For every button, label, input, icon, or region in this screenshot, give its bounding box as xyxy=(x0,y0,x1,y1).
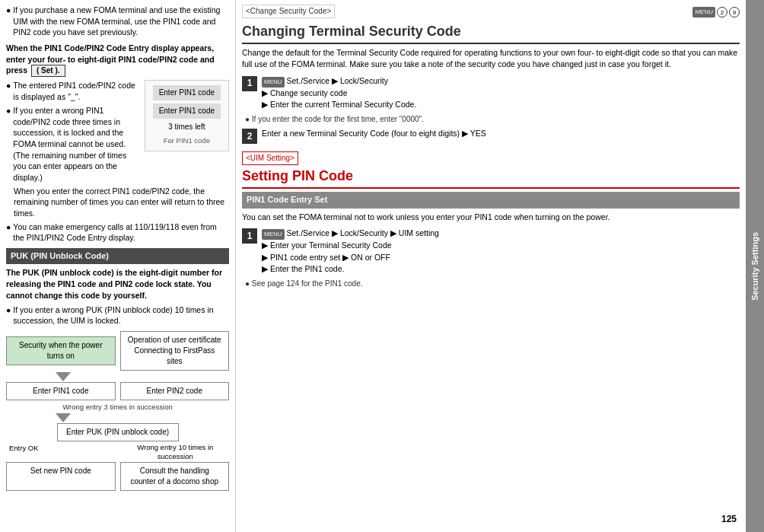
top-badges: <Change Security Code> MENU 2 9 xyxy=(242,5,740,20)
section-title-1: Changing Terminal Security Code xyxy=(242,22,740,44)
menu-badges: MENU 2 9 xyxy=(692,7,740,18)
section2-step-1-content: MENU Set./Service ▶ Lock/Security ▶ UIM … xyxy=(262,228,439,276)
section-tag-1: <Change Security Code> xyxy=(242,5,335,18)
entry-box-pin2: Enter PIN2 code xyxy=(120,382,230,400)
section2-step-note: ● See page 124 for the PIN1 code. xyxy=(245,279,740,289)
step-num-2: 2 xyxy=(242,129,257,144)
step-2: 2 Enter a new Terminal Security Code (fo… xyxy=(242,128,740,144)
menu-icon: MENU xyxy=(692,7,715,17)
menu-icon-step1: MENU xyxy=(262,77,285,88)
subsection-header: PIN1 Code Entry Set xyxy=(242,192,740,208)
right-tab-label: Security Settings xyxy=(750,232,759,301)
pin-count: 3 times left xyxy=(153,122,221,132)
section2-step-1: 1 MENU Set./Service ▶ Lock/Security ▶ UI… xyxy=(242,228,740,276)
step-1: 1 MENU Set./Service ▶ Lock/Security ▶ Ch… xyxy=(242,75,740,112)
bottom-box-consult: Consult the handling counter of a docomo… xyxy=(120,462,230,491)
flow-arrow-1 xyxy=(6,372,229,381)
set-button-label: ( Set ). xyxy=(31,65,65,77)
section2-step-num-1: 1 xyxy=(242,228,257,244)
entry-box-pin1: Enter PIN1 code xyxy=(6,382,116,400)
flow-arrow-2 xyxy=(6,413,229,422)
step-num-1: 1 xyxy=(242,76,257,91)
pin-display: Enter PIN1 code Enter PIN1 code 3 times … xyxy=(145,80,229,151)
page-number: 125 xyxy=(721,513,737,526)
section-setting-pin: <UIM Setting> Setting PIN Code PIN1 Code… xyxy=(242,151,740,289)
bullet-item-2: ● The entered PIN1 code/PIN2 code is dis… xyxy=(6,80,138,102)
right-column: <Change Security Code> MENU 2 9 Changing… xyxy=(236,0,746,532)
step-1-note: ● If you enter the code for the first ti… xyxy=(245,114,740,125)
entry-row: Enter PIN1 code Enter PIN2 code xyxy=(6,382,229,400)
flow-box-security: Security when the power turns on xyxy=(6,336,116,365)
step-2-content: Enter a new Terminal Security Code (four… xyxy=(262,128,486,140)
section-desc-1: Change the default for the Terminal Secu… xyxy=(242,47,740,70)
entry-labels: Entry OK Wrong entry 10 times in success… xyxy=(6,443,229,460)
pin-row-1: Enter PIN1 code xyxy=(153,85,221,100)
menu-icon-step2: MENU xyxy=(262,229,285,240)
label-entry-ok: Entry OK xyxy=(6,443,117,460)
num-badge-2: 2 xyxy=(717,7,727,18)
step-1-content: MENU Set./Service ▶ Lock/Security ▶ Chan… xyxy=(262,75,416,112)
puk-box-row: Enter PUK (PIN unblock code) xyxy=(6,423,229,441)
arrow-down-icon-2 xyxy=(56,413,71,422)
label-wrong-10: Wrong entry 10 times in succession xyxy=(122,443,230,460)
bold-intro: When the PIN1 Code/PIN2 Code Entry displ… xyxy=(6,43,229,77)
section-tag-2: <UIM Setting> xyxy=(242,151,298,165)
section-change-security: <Change Security Code> MENU 2 9 Changing… xyxy=(242,5,740,144)
num-badge-9: 9 xyxy=(729,7,740,18)
right-sidebar-tab: Security Settings xyxy=(746,0,764,532)
wrong-entry-label: Wrong entry 3 times in succession xyxy=(6,402,229,412)
section-title-2: Setting PIN Code xyxy=(242,167,740,189)
section2-desc: You can set the FOMA terminal not to wor… xyxy=(242,212,740,223)
bullet-item-1: ● If you purchase a new FOMA terminal an… xyxy=(6,5,229,38)
puk-desc: The PUK (PIN unblock code) is the eight-… xyxy=(6,267,229,301)
bullet-item-3: ● If you enter a wrong PIN1 code/PIN2 co… xyxy=(6,105,138,183)
puk-note: ● If you enter a wrong PUK (PIN unblock … xyxy=(6,304,229,327)
bottom-boxes: Set new PIN code Consult the handling co… xyxy=(6,462,229,491)
pin-label: For PIN1 code xyxy=(153,135,221,145)
flow-box-operation: Operation of user certificate Connecting… xyxy=(120,331,230,371)
bottom-box-set: Set new PIN code xyxy=(6,462,116,491)
arrow-down-icon xyxy=(56,372,71,381)
puk-box: Enter PUK (PIN unblock code) xyxy=(57,423,179,441)
bullet-3b: When you enter the correct PIN1 code/PIN… xyxy=(14,186,229,219)
bullet-item-4: ● You can make emergency calls at 110/11… xyxy=(6,221,229,244)
puk-header: PUK (PIN Unblock Code) xyxy=(6,248,229,264)
left-column: ● If you purchase a new FOMA terminal an… xyxy=(0,0,236,532)
flow-diagram: Security when the power turns on Operati… xyxy=(6,331,229,491)
flow-row-1: Security when the power turns on Operati… xyxy=(6,331,229,371)
pin-row-2: Enter PIN1 code xyxy=(153,104,221,119)
